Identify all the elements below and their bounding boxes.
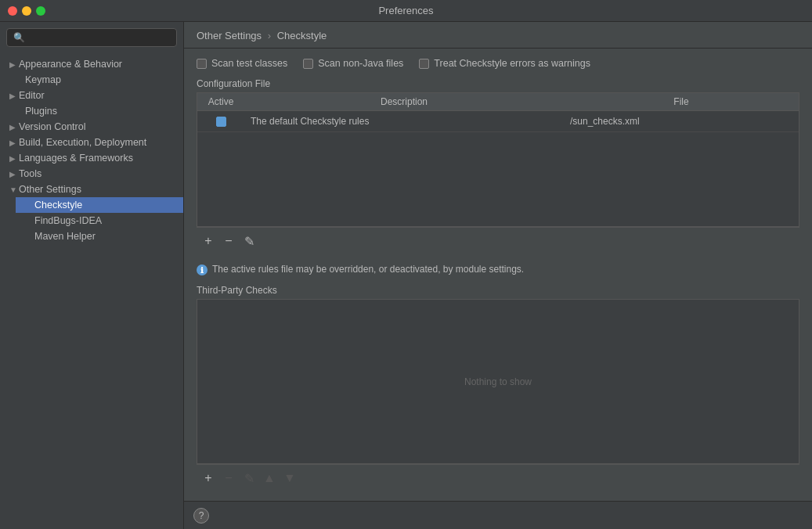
sidebar-item-version-control[interactable]: ▶ Version Control — [0, 119, 183, 135]
config-table-container: Active Description File The default Chec… — [197, 92, 799, 227]
arrow-icon: ▶ — [9, 170, 19, 178]
arrow-icon: ▼ — [9, 185, 19, 194]
bottom-bar: ? — [184, 501, 812, 529]
sidebar-item-build-exec-deploy[interactable]: ▶ Build, Execution, Deployment — [0, 135, 183, 150]
option-label: Scan non-Java files — [318, 58, 403, 69]
option-scan-test-classes[interactable]: Scan test classes — [197, 58, 287, 69]
info-text: The active rules file may be overridden,… — [212, 264, 524, 275]
search-input[interactable] — [30, 32, 170, 43]
sidebar-item-other-settings[interactable]: ▼ Other Settings — [0, 182, 183, 197]
info-message: ℹ The active rules file may be overridde… — [197, 264, 799, 275]
td-active — [197, 112, 244, 131]
edit-third-party-button[interactable]: ✎ — [240, 470, 258, 487]
add-third-party-button[interactable]: + — [200, 470, 217, 487]
minimize-button[interactable] — [22, 6, 31, 16]
sidebar-item-appearance-behavior[interactable]: ▶ Appearance & Behavior — [0, 56, 183, 72]
arrow-icon: ▶ — [9, 92, 19, 100]
breadcrumb-current: Checkstyle — [277, 30, 327, 41]
remove-config-button[interactable]: − — [220, 232, 237, 250]
arrow-icon: ▶ — [9, 60, 19, 69]
sidebar-item-maven-helper[interactable]: Maven Helper — [16, 229, 183, 244]
edit-config-button[interactable]: ✎ — [240, 232, 258, 250]
option-treat-checkstyle-errors[interactable]: Treat Checkstyle errors as warnings — [419, 58, 590, 69]
td-description: The default Checkstyle rules — [244, 111, 564, 131]
sidebar-item-plugins[interactable]: Plugins — [16, 103, 183, 119]
sidebar-item-tools[interactable]: ▶ Tools — [0, 166, 183, 182]
col-header-file: File — [564, 93, 799, 110]
active-checkbox[interactable] — [216, 117, 226, 127]
third-party-toolbar: + − ✎ ▲ ▼ — [197, 464, 799, 491]
sidebar-item-label: Appearance & Behavior — [19, 59, 122, 70]
search-box[interactable]: 🔍 — [6, 28, 177, 47]
checkbox-treat-checkstyle-errors[interactable] — [419, 59, 429, 69]
breadcrumb: Other Settings › Checkstyle — [184, 22, 812, 49]
option-scan-non-java-files[interactable]: Scan non-Java files — [303, 58, 403, 69]
third-party-table: Nothing to show — [197, 299, 799, 464]
sidebar-item-label: Version Control — [19, 121, 85, 132]
checkbox-scan-test-classes[interactable] — [197, 59, 207, 69]
td-file: /sun_checks.xml — [564, 111, 799, 131]
arrow-icon: ▶ — [9, 123, 19, 131]
table-header: Active Description File — [197, 93, 799, 111]
sidebar-item-label: Languages & Frameworks — [19, 153, 133, 164]
sidebar-item-label: Build, Execution, Deployment — [19, 137, 146, 148]
sidebar-item-languages-frameworks[interactable]: ▶ Languages & Frameworks — [0, 150, 183, 166]
third-party-section: Third-Party Checks Nothing to show + − ✎… — [197, 285, 799, 491]
titlebar: Preferences — [0, 0, 812, 22]
sidebar-item-label: Other Settings — [19, 184, 81, 195]
sidebar-item-findbugs-idea[interactable]: FindBugs-IDEA — [16, 213, 183, 229]
search-icon: 🔍 — [13, 32, 25, 43]
config-section-label: Configuration File — [197, 78, 799, 89]
sidebar-item-label: Maven Helper — [34, 231, 96, 242]
move-down-button[interactable]: ▼ — [281, 470, 298, 487]
col-header-active: Active — [197, 93, 244, 110]
arrow-icon: ▶ — [9, 139, 19, 147]
breadcrumb-separator: › — [268, 30, 271, 41]
move-up-button[interactable]: ▲ — [261, 470, 278, 487]
sidebar-item-label: Tools — [19, 168, 42, 179]
arrow-icon: ▶ — [9, 154, 19, 163]
sidebar-nav: ▶ Appearance & Behavior Keymap ▶ Editor … — [0, 53, 183, 529]
checkbox-scan-non-java-files[interactable] — [303, 59, 313, 69]
option-label: Treat Checkstyle errors as warnings — [434, 58, 590, 69]
configuration-file-section: Configuration File Active Description Fi… — [197, 78, 799, 254]
titlebar-buttons — [8, 6, 45, 16]
sidebar-item-keymap[interactable]: Keymap — [16, 72, 183, 88]
nothing-to-show: Nothing to show — [197, 300, 799, 463]
add-config-button[interactable]: + — [200, 232, 217, 250]
content-body: Scan test classes Scan non-Java files Tr… — [184, 49, 812, 501]
col-header-description: Description — [244, 93, 564, 110]
breadcrumb-parent: Other Settings — [197, 30, 262, 41]
table-row[interactable]: The default Checkstyle rules /sun_checks… — [197, 111, 799, 132]
close-button[interactable] — [8, 6, 17, 16]
help-button[interactable]: ? — [193, 508, 209, 524]
maximize-button[interactable] — [36, 6, 45, 16]
sidebar-item-label: Checkstyle — [34, 200, 82, 211]
table-empty-space — [197, 132, 799, 226]
content-area: Other Settings › Checkstyle Scan test cl… — [184, 22, 812, 529]
option-label: Scan test classes — [211, 58, 287, 69]
sidebar-item-editor[interactable]: ▶ Editor — [0, 88, 183, 103]
sidebar-item-label: Editor — [19, 90, 45, 101]
third-party-label: Third-Party Checks — [197, 285, 799, 296]
info-icon: ℹ — [197, 264, 208, 275]
sidebar-item-checkstyle[interactable]: Checkstyle — [16, 197, 183, 213]
config-toolbar: + − ✎ — [197, 227, 799, 254]
remove-third-party-button[interactable]: − — [220, 470, 237, 487]
options-row: Scan test classes Scan non-Java files Tr… — [197, 58, 799, 69]
sidebar-item-label: Keymap — [25, 74, 61, 85]
sidebar-item-label: FindBugs-IDEA — [34, 215, 102, 226]
sidebar: 🔍 ▶ Appearance & Behavior Keymap ▶ Edito… — [0, 22, 184, 529]
sidebar-item-label: Plugins — [25, 106, 57, 117]
window-title: Preferences — [378, 5, 433, 16]
